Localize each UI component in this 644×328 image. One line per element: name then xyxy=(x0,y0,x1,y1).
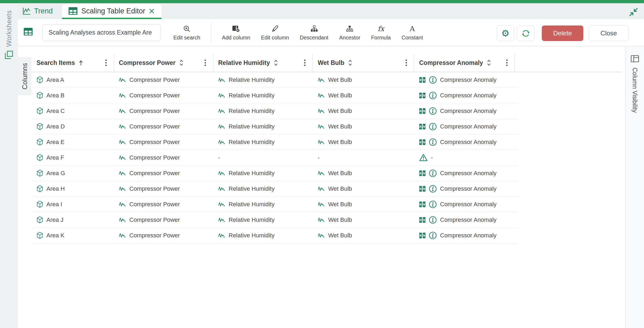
top-accent-bar xyxy=(0,0,644,3)
column-sort-control[interactable]: Wet Bulb xyxy=(318,59,352,67)
info-icon[interactable] xyxy=(429,76,437,84)
condition-icon xyxy=(419,139,426,145)
table-cell: Compressor Power xyxy=(114,103,213,119)
cell-text: Relative Humidity xyxy=(229,123,275,130)
table-cell: Compressor Anomaly xyxy=(414,181,515,196)
constant-button[interactable]: AConstant xyxy=(396,19,428,46)
condition-icon xyxy=(419,77,426,83)
table-cell: Wet Bulb xyxy=(313,119,414,134)
signal-icon xyxy=(318,201,325,207)
condition-icon xyxy=(419,93,426,98)
table-cell: Area G xyxy=(32,165,114,181)
signal-icon xyxy=(318,217,325,223)
table-row[interactable]: Area KCompressor PowerRelative HumidityW… xyxy=(32,228,518,243)
info-icon[interactable] xyxy=(429,107,437,115)
cell-text: - xyxy=(318,154,320,161)
info-icon[interactable] xyxy=(429,123,437,131)
column-sort-control[interactable]: Search Items xyxy=(36,59,83,67)
cell-text: Compressor Power xyxy=(129,108,180,115)
formula-button[interactable]: fxFormula xyxy=(366,19,396,46)
signal-icon xyxy=(218,186,225,192)
sort-toggle-icon xyxy=(179,59,184,67)
column-menu-kebab[interactable] xyxy=(102,59,107,66)
table-cell: Relative Humidity xyxy=(213,72,313,87)
table-cell: Area J xyxy=(32,212,114,227)
column-menu-kebab[interactable] xyxy=(402,59,407,66)
column-header-relative-humidity: Relative Humidity xyxy=(213,54,313,72)
cell-text: Compressor Power xyxy=(129,232,180,239)
add-column-button[interactable]: Add column xyxy=(217,19,256,46)
table-row[interactable]: Area FCompressor Power--- xyxy=(32,150,518,165)
delete-button[interactable]: Delete xyxy=(542,25,583,41)
cell-text: Area A xyxy=(46,76,64,83)
columns-panel-toggle[interactable]: Columns xyxy=(18,57,31,95)
edit-column-icon xyxy=(271,24,279,33)
settings-button[interactable]: ⚙ xyxy=(497,25,514,41)
close-icon[interactable] xyxy=(149,8,155,14)
search-input[interactable] xyxy=(42,24,161,41)
table-row[interactable]: Area HCompressor PowerRelative HumidityW… xyxy=(32,181,518,197)
refresh-button[interactable] xyxy=(517,25,535,41)
table-cell: Compressor Anomaly xyxy=(414,197,515,212)
cell-text: Area G xyxy=(46,170,65,177)
column-sort-control[interactable]: Relative Humidity xyxy=(218,59,278,67)
info-icon[interactable] xyxy=(429,138,437,146)
toolbar-button-label: Edit search xyxy=(173,35,200,41)
edit-search-button[interactable]: Edit search xyxy=(168,19,206,46)
worksheets-panel-toggle[interactable]: Worksheets xyxy=(0,10,18,67)
table-cell: Compressor Power xyxy=(114,134,213,150)
warning-icon[interactable] xyxy=(419,154,428,161)
table-cell: Relative Humidity xyxy=(213,181,313,196)
descendant-button[interactable]: Descendant xyxy=(294,19,334,46)
info-icon[interactable] xyxy=(429,231,437,239)
signal-icon xyxy=(318,92,325,98)
info-icon[interactable] xyxy=(429,185,437,193)
cell-text: Compressor Power xyxy=(129,139,180,146)
table-row[interactable]: Area GCompressor PowerRelative HumidityW… xyxy=(32,165,518,181)
cell-text: Relative Humidity xyxy=(229,185,275,192)
signal-icon xyxy=(119,92,126,98)
table-row[interactable]: Area ACompressor PowerRelative HumidityW… xyxy=(32,72,518,88)
column-visibility-panel-toggle[interactable]: Column Visibility xyxy=(625,46,644,328)
tab-trend[interactable]: Trend xyxy=(23,3,53,19)
column-header-label: Compressor Anomaly xyxy=(419,59,483,67)
cube-icon xyxy=(36,92,43,99)
table-row[interactable]: Area ICompressor PowerRelative HumidityW… xyxy=(32,197,518,212)
close-button[interactable]: Close xyxy=(589,25,629,41)
column-menu-kebab[interactable] xyxy=(301,59,306,66)
table-row[interactable]: Area JCompressor PowerRelative HumidityW… xyxy=(32,212,518,228)
column-sort-control[interactable]: Compressor Power xyxy=(119,59,184,67)
tab-scaling-table-editor[interactable]: Scaling Table Editor xyxy=(62,4,162,19)
table-row[interactable]: Area BCompressor PowerRelative HumidityW… xyxy=(32,88,518,103)
signal-icon xyxy=(218,232,225,238)
table-row[interactable]: Area ECompressor PowerRelative HumidityW… xyxy=(32,134,518,150)
info-icon[interactable] xyxy=(429,200,437,208)
column-menu-kebab[interactable] xyxy=(201,59,206,66)
table-cell: Compressor Anomaly xyxy=(414,228,515,243)
table-row[interactable]: Area CCompressor PowerRelative HumidityW… xyxy=(32,103,518,119)
collapse-view-button[interactable] xyxy=(627,6,640,18)
cell-text: Relative Humidity xyxy=(229,232,275,239)
table-cell: Compressor Power xyxy=(114,119,213,134)
info-icon[interactable] xyxy=(429,91,437,99)
table-cell: Wet Bulb xyxy=(313,197,414,212)
column-menu-kebab[interactable] xyxy=(503,59,508,66)
column-header-compressor-power: Compressor Power xyxy=(114,54,213,72)
table-row[interactable]: Area DCompressor PowerRelative HumidityW… xyxy=(32,119,518,134)
info-icon[interactable] xyxy=(429,216,437,224)
signal-icon xyxy=(318,232,325,238)
ancestor-button[interactable]: Ancestor xyxy=(334,19,366,46)
cell-text: Compressor Anomaly xyxy=(440,123,496,130)
table-cell: Wet Bulb xyxy=(313,212,414,227)
column-header-label: Relative Humidity xyxy=(218,59,270,67)
column-sort-control[interactable]: Compressor Anomaly xyxy=(419,59,491,67)
signal-icon xyxy=(318,108,325,114)
cell-text: Area B xyxy=(46,92,64,99)
toolbar-button-label: Add column xyxy=(222,35,250,41)
worksheet-tab-bar: Trend Scaling Table Editor xyxy=(0,3,644,19)
table-cell: - xyxy=(414,150,515,165)
info-icon[interactable] xyxy=(429,169,437,177)
sort-toggle-icon xyxy=(487,59,491,67)
edit-column-button[interactable]: Edit column xyxy=(256,19,295,46)
toolbar-divider xyxy=(211,22,211,42)
